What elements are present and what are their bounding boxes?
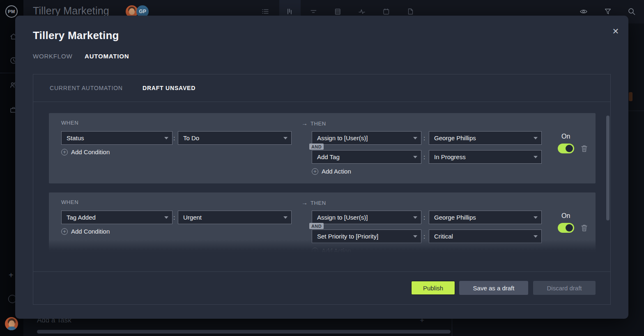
- action-value-dropdown[interactable]: Critical: [429, 229, 542, 243]
- vertical-scrollbar[interactable]: [606, 116, 610, 220]
- chevron-down-icon: [413, 235, 417, 238]
- app-logo[interactable]: PM: [5, 5, 18, 18]
- condition-value-dropdown[interactable]: To Do: [178, 131, 292, 145]
- action-field-dropdown[interactable]: Set Priority to [Priority]: [312, 229, 421, 243]
- filter-icon[interactable]: [604, 7, 611, 15]
- action-value-dropdown[interactable]: In Progress: [429, 150, 542, 164]
- avatar-face: [129, 8, 135, 15]
- publish-button[interactable]: Publish: [411, 281, 455, 295]
- avatar-shirt: [7, 327, 16, 330]
- horizontal-scrollbar[interactable]: [37, 330, 451, 334]
- automation-modal: Tillery Marketing ✕ WORKFLOW AUTOMATION …: [15, 16, 628, 319]
- rules-scroll-area: WHEN Status : To Do Add Condition: [33, 102, 610, 252]
- calendar-view-icon[interactable]: [382, 8, 390, 15]
- chevron-down-icon: [164, 137, 168, 139]
- rule-enabled-toggle[interactable]: [558, 144, 574, 153]
- eye-icon[interactable]: [580, 7, 587, 15]
- when-label: WHEN: [61, 120, 78, 126]
- dropdown-value: Assign to [User(s)]: [317, 134, 368, 141]
- chevron-down-icon: [283, 137, 288, 139]
- action-field-dropdown[interactable]: Assign to [User(s)]: [312, 131, 421, 145]
- separator: :: [423, 150, 425, 164]
- add-icon[interactable]: +: [9, 271, 14, 280]
- add-action-button[interactable]: Add Action: [312, 168, 351, 175]
- add-icon: [312, 168, 318, 175]
- chevron-down-icon: [413, 216, 417, 219]
- dropdown-value: George Phillips: [434, 214, 476, 221]
- dropdown-value: Tag Added: [67, 214, 96, 221]
- docs-view-icon[interactable]: [407, 8, 414, 15]
- then-arrow-icon: →: [301, 199, 308, 206]
- and-badge: AND: [309, 223, 324, 229]
- delete-rule-icon[interactable]: [580, 224, 588, 232]
- board-view-icon[interactable]: [286, 8, 293, 15]
- rule-enabled-toggle[interactable]: [558, 223, 574, 233]
- background-divider: [628, 111, 644, 111]
- gantt-view-icon[interactable]: [310, 8, 317, 15]
- automation-rule-card: WHEN Status : To Do Add Condition: [49, 113, 596, 183]
- action-value-dropdown[interactable]: George Phillips: [429, 131, 542, 145]
- condition-value-dropdown[interactable]: Urgent: [178, 211, 292, 224]
- chevron-down-icon: [534, 137, 538, 139]
- add-icon: [312, 248, 318, 253]
- tab-current-automation[interactable]: CURRENT AUTOMATION: [50, 85, 123, 91]
- add-condition-label: Add Condition: [71, 228, 110, 235]
- separator: :: [423, 229, 425, 243]
- condition-field-dropdown[interactable]: Status: [61, 131, 172, 145]
- chevron-down-icon: [413, 137, 417, 139]
- close-icon[interactable]: ✕: [610, 25, 621, 37]
- separator: :: [423, 131, 425, 145]
- user-avatar[interactable]: [5, 317, 18, 330]
- then-text: THEN: [310, 120, 326, 127]
- when-label: WHEN: [61, 199, 78, 205]
- column-divider: [452, 319, 452, 336]
- modal-title: Tillery Marketing: [33, 29, 119, 42]
- chevron-down-icon: [534, 216, 538, 219]
- automation-rule-card: WHEN Tag Added : Urgent Add Condition: [49, 192, 596, 252]
- then-label: →THEN: [301, 199, 326, 206]
- then-arrow-icon: →: [301, 120, 308, 127]
- add-action-label: Add Action: [322, 168, 351, 175]
- toggle-label: On: [561, 133, 570, 140]
- discard-draft-button[interactable]: Discard draft: [533, 281, 596, 295]
- dropdown-value: Status: [67, 134, 84, 141]
- dropdown-value: In Progress: [434, 153, 466, 160]
- search-icon[interactable]: [628, 7, 635, 15]
- tab-workflow[interactable]: WORKFLOW: [33, 53, 72, 60]
- separator: :: [423, 211, 425, 224]
- condition-field-dropdown[interactable]: Tag Added: [61, 211, 172, 224]
- chevron-down-icon: [534, 235, 538, 238]
- dropdown-value: Add Tag: [317, 153, 340, 160]
- add-condition-button[interactable]: Add Condition: [61, 228, 110, 235]
- add-action-button[interactable]: Add Action: [312, 247, 351, 252]
- dropdown-value: Set Priority to [Priority]: [317, 233, 378, 240]
- chevron-down-icon: [413, 156, 417, 158]
- separator: :: [173, 131, 175, 145]
- add-action-label: Add Action: [322, 247, 351, 252]
- chevron-down-icon: [534, 156, 538, 158]
- project-title: Tillery Marketing: [33, 5, 109, 17]
- dropdown-value: George Phillips: [434, 134, 476, 141]
- action-field-dropdown[interactable]: Assign to [User(s)]: [312, 211, 421, 224]
- background-artifact: [629, 92, 632, 101]
- then-label: →THEN: [301, 120, 326, 127]
- add-condition-button[interactable]: Add Condition: [61, 148, 110, 155]
- sheet-view-icon[interactable]: [334, 8, 341, 15]
- dropdown-value: To Do: [183, 134, 199, 141]
- tab-draft-unsaved[interactable]: DRAFT UNSAVED: [143, 85, 196, 91]
- list-view-icon[interactable]: [262, 8, 269, 15]
- automation-panel: CURRENT AUTOMATION DRAFT UNSAVED WHEN St…: [33, 74, 611, 305]
- and-badge: AND: [309, 144, 324, 150]
- chevron-down-icon: [164, 216, 168, 219]
- app-root: Tillery Marketing GP: [0, 0, 644, 336]
- add-icon: [61, 228, 68, 235]
- dropdown-value: Critical: [434, 233, 453, 240]
- delete-rule-icon[interactable]: [580, 144, 588, 153]
- action-value-dropdown[interactable]: George Phillips: [429, 211, 542, 224]
- tab-automation[interactable]: AUTOMATION: [85, 53, 129, 60]
- add-icon: [61, 149, 68, 155]
- activity-view-icon[interactable]: [358, 8, 366, 15]
- save-draft-button[interactable]: Save as a draft: [459, 281, 528, 295]
- panel-footer: Publish Save as a draft Discard draft: [33, 271, 610, 305]
- action-field-dropdown[interactable]: Add Tag: [312, 150, 421, 164]
